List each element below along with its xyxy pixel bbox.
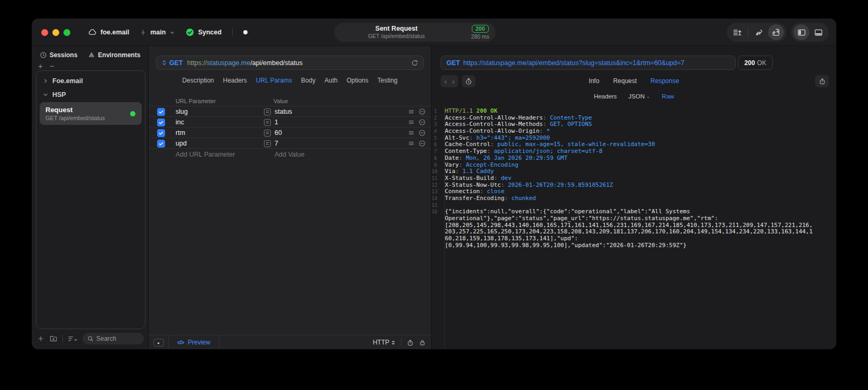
line-number: 7 (432, 148, 441, 155)
header-value: h3=":443"; ma=2592000 (477, 134, 550, 141)
body-text: 203,257,225,165,250,173,204,223,158,208,… (445, 228, 812, 235)
protocol-selector[interactable]: HTTP (373, 339, 396, 346)
search-input[interactable]: Search (83, 333, 144, 344)
equals-icon (264, 119, 271, 126)
reorder-icon[interactable] (408, 140, 415, 147)
chevron-right-icon (43, 78, 48, 84)
header-value: Accept-Encoding (466, 161, 518, 168)
header-value: GET, OPTIONS (550, 121, 592, 128)
preview-button[interactable]: Preview (169, 335, 220, 349)
sent-request-url[interactable]: GET https://statuspage.me/api/embed/stat… (441, 56, 736, 70)
send-receive-button[interactable] (768, 24, 784, 40)
request-tabs: DescriptionHeadersURL ParamsBodyAuthOpti… (149, 77, 431, 84)
chevron-down-icon[interactable] (169, 30, 175, 35)
response-subtab-raw[interactable]: Raw (662, 93, 674, 99)
request-summary-subtitle: GET /api/embed/status (368, 33, 425, 40)
param-name[interactable]: rtm (176, 129, 185, 137)
request-duration: 280 ms (471, 33, 489, 40)
url-scheme: https:// (187, 59, 207, 67)
reorder-icon[interactable] (408, 119, 415, 125)
project-name[interactable]: foe.email (100, 29, 129, 36)
tree-group-hsp[interactable]: HSP (36, 88, 145, 102)
line-number: 15 (432, 202, 441, 209)
param-checkbox[interactable] (157, 140, 165, 148)
add-request-button[interactable] (37, 335, 44, 342)
param-value[interactable]: 60 (275, 129, 282, 137)
close-window-button[interactable] (41, 29, 48, 36)
param-checkbox[interactable] (157, 108, 165, 116)
tab-options[interactable]: Options (346, 77, 368, 84)
remove-param-icon[interactable] (418, 108, 426, 115)
add-param-name[interactable]: Add URL Parameter (176, 151, 235, 158)
response-subtab-headers[interactable]: Headers (594, 93, 617, 99)
toggle-left-sidebar-button[interactable] (793, 24, 809, 40)
response-tab-info[interactable]: Info (589, 77, 599, 85)
resend-icon[interactable] (411, 59, 418, 67)
app-window: foe.email main Synced (32, 19, 836, 349)
param-value[interactable]: 1 (275, 119, 278, 126)
preview-label: Preview (188, 339, 211, 346)
import-button[interactable] (729, 24, 745, 40)
collapse-panel-button[interactable] (149, 335, 169, 349)
method-selector-icon[interactable] (161, 59, 167, 66)
tab-body[interactable]: Body (301, 77, 315, 84)
response-status-box: 200 OK (738, 56, 773, 70)
request-item-subtitle: GET /api/embed/status (45, 115, 136, 121)
response-subtab-json[interactable]: JSON (628, 93, 650, 99)
tab-sessions[interactable]: Sessions (40, 51, 78, 59)
add-session-button[interactable]: + (38, 61, 43, 70)
param-value[interactable]: 7 (275, 140, 278, 147)
method-label[interactable]: GET (169, 59, 183, 67)
share-button[interactable] (407, 339, 414, 347)
toggle-bottom-panel-button[interactable] (810, 24, 826, 40)
param-row: rtm60 (149, 128, 431, 138)
response-raw-container[interactable]: 1HTTP/1.1 200 OK2Access-Control-Allow-He… (432, 105, 836, 349)
tree-group-foe-email[interactable]: Foe.email (36, 74, 145, 88)
request-summary-pill[interactable]: Sent Request GET /api/embed/status 200 2… (334, 23, 496, 42)
sent-method: GET (446, 59, 460, 67)
remove-param-icon[interactable] (418, 119, 426, 126)
param-name[interactable]: upd (176, 140, 187, 147)
branch-name[interactable]: main (150, 29, 166, 36)
line-number: 4 (432, 128, 441, 135)
tab-environments[interactable]: Environments (88, 51, 140, 59)
add-param-value[interactable]: Add Value (275, 151, 305, 158)
response-tab-response[interactable]: Response (651, 77, 679, 85)
remove-param-icon[interactable] (418, 140, 426, 147)
export-response-button[interactable] (815, 75, 829, 87)
tab-testing[interactable]: Testing (378, 77, 398, 84)
sort-options-button[interactable] (68, 335, 78, 342)
param-value[interactable]: status (275, 108, 292, 115)
header-name: Content-Type (445, 148, 487, 155)
lock-icon[interactable] (419, 339, 426, 347)
environments-icon (88, 51, 95, 59)
equals-icon (264, 108, 271, 115)
remove-param-icon[interactable] (418, 129, 426, 137)
param-checkbox[interactable] (157, 129, 165, 137)
param-checkbox[interactable] (157, 119, 165, 126)
new-folder-button[interactable] (49, 334, 58, 343)
zoom-window-button[interactable] (63, 29, 70, 36)
request-list-item[interactable]: Request GET /api/embed/status (40, 102, 142, 125)
reorder-icon[interactable] (408, 130, 415, 136)
tab-url-params[interactable]: URL Params (256, 77, 292, 84)
line-content: Transfer-Encoding: chunked (441, 195, 536, 202)
minimize-window-button[interactable] (52, 29, 59, 36)
tab-headers[interactable]: Headers (223, 77, 246, 84)
url-input[interactable]: GET https://statuspage.me/api/embed/stat… (156, 56, 424, 70)
response-line: [0,99.94,100,99.93,99.98,99.95,100],"upd… (432, 242, 836, 249)
flow-button[interactable] (751, 24, 767, 40)
header-value: Mon, 26 Jan 2026 20:29:59 GMT (466, 155, 568, 161)
line-number (432, 229, 441, 235)
tab-description[interactable]: Description (182, 77, 214, 84)
tab-auth[interactable]: Auth (324, 77, 337, 84)
reorder-icon[interactable] (408, 108, 415, 115)
param-name[interactable]: inc (176, 119, 184, 126)
header-colon: : (505, 195, 511, 202)
param-name[interactable]: slug (176, 108, 188, 115)
line-number (432, 235, 441, 242)
response-tab-request[interactable]: Request (613, 77, 637, 85)
add-param-row[interactable]: Add URL Parameter Add Value (149, 149, 431, 160)
remove-session-button[interactable]: − (50, 61, 54, 70)
header-name: Access-Control-Allow-Headers (445, 114, 543, 121)
